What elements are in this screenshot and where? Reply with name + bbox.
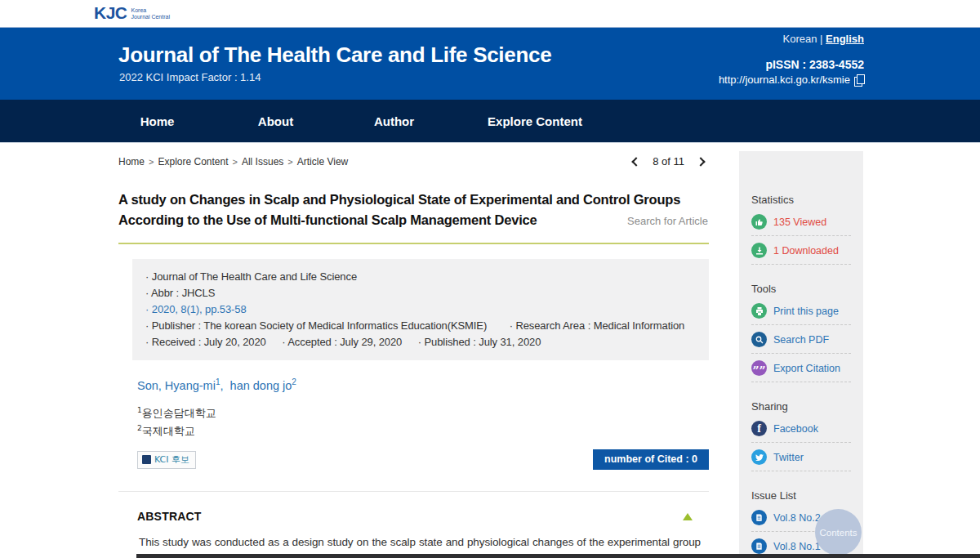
affiliation-list: 1용인송담대학교 2국제대학교 — [137, 403, 709, 440]
page: KJC Korea Journal Central Journal of The… — [0, 0, 980, 558]
search-pdf-link[interactable]: Search PDF — [751, 325, 851, 354]
bottom-bar — [136, 554, 980, 558]
breadcrumb-explore-content[interactable]: Explore Content — [158, 156, 228, 167]
bullet: · — [145, 303, 149, 315]
journal-header: Journal of The Health Care and Life Scie… — [0, 27, 980, 100]
breadcrumb-article-view: Article View — [297, 156, 348, 167]
article-title: A study on Changes in Scalp and Physiolo… — [118, 190, 709, 244]
tools-heading: Tools — [751, 283, 851, 295]
breadcrumb-separator: > — [287, 157, 292, 167]
twitter-label: Twitter — [773, 452, 804, 463]
abstract-header-row: ABSTRACT — [137, 510, 693, 523]
bullet: · — [145, 270, 149, 283]
info-publisher-text: Publisher : The korean Society of Medica… — [152, 319, 487, 332]
kjc-logo-tagline: Korea Journal Central — [131, 4, 170, 20]
breadcrumb-home[interactable]: Home — [118, 156, 145, 167]
bullet: · — [282, 336, 285, 348]
affiliation-name: 용인송담대학교 — [142, 407, 216, 419]
facebook-label: Facebook — [773, 423, 818, 435]
statistics-section: Statistics 135 Viewed 1 Downloaded — [751, 151, 851, 265]
sharing-section: Sharing f Facebook Twitter — [751, 400, 851, 471]
nav-item-home[interactable]: Home — [118, 100, 196, 143]
info-research-area-text: Research Area : Medical Information — [515, 319, 684, 332]
lang-korean-link[interactable]: Korean — [782, 33, 817, 45]
issue-link[interactable]: 2020, 8(1), pp.53-58 — [152, 303, 247, 315]
prev-article-icon[interactable] — [632, 157, 641, 166]
language-switcher: Korean | English — [719, 33, 864, 45]
issue-label: Vol.8 No.1 — [773, 541, 821, 552]
info-received-text: Received : July 20, 2020 — [152, 336, 266, 348]
contents-button[interactable]: Contents — [815, 509, 862, 556]
lang-divider: | — [820, 33, 822, 45]
nav-item-about[interactable]: About — [237, 100, 314, 143]
print-this-page-label: Print this page — [773, 306, 839, 317]
impact-factor: 2022 KCI Impact Factor : 1.14 — [119, 71, 261, 83]
kjc-logo-text: KJC — [94, 4, 127, 22]
quote-glyph: ”” — [752, 363, 765, 373]
viewed-icon — [751, 214, 767, 230]
info-dates-row: · Received : July 20, 2020 · Accepted : … — [145, 334, 696, 350]
kci-logo-icon — [142, 455, 151, 464]
facebook-icon: f — [751, 421, 767, 436]
breadcrumb-row: Home > Explore Content > All Issues > Ar… — [118, 155, 709, 167]
article-pager: 8 of 11 — [633, 155, 704, 167]
cited-count-badge: number of Cited : 0 — [593, 449, 709, 470]
kjc-logo[interactable]: KJC Korea Journal Central — [94, 4, 170, 22]
export-citation-icon: ”” — [751, 360, 767, 376]
journal-url-row: http://journal.kci.go.kr/ksmie — [719, 74, 864, 86]
copy-icon[interactable] — [854, 74, 864, 86]
stat-viewed: 135 Viewed — [751, 208, 851, 236]
affiliation-name: 국제대학교 — [142, 425, 195, 437]
kci-candidate-badge: KCI 후보 — [137, 451, 196, 469]
export-citation-link[interactable]: ”” Export Citation — [751, 354, 851, 382]
tools-section: Tools Print this page Search PDF ”” Expo… — [751, 283, 851, 382]
article-main: Home > Explore Content > All Issues > Ar… — [118, 155, 709, 558]
journal-url-link[interactable]: http://journal.kci.go.kr/ksmie — [719, 74, 850, 86]
breadcrumb-all-issues[interactable]: All Issues — [242, 156, 283, 167]
issue-icon — [751, 510, 767, 525]
viewed-count: 135 Viewed — [773, 217, 826, 228]
abstract-section: ABSTRACT This study was conducted as a d… — [118, 491, 709, 558]
bullet: · — [145, 287, 149, 299]
downloaded-count: 1 Downloaded — [773, 245, 839, 257]
issue-list-heading: Issue List — [751, 489, 851, 502]
lang-english-link[interactable]: English — [826, 33, 864, 45]
print-this-page-link[interactable]: Print this page — [751, 297, 851, 325]
author-suffix: , — [220, 379, 223, 392]
print-icon — [751, 303, 767, 319]
info-issue: · 2020, 8(1), pp.53-58 — [145, 301, 696, 318]
info-journal-name-text: Journal of The Health Care and Life Scie… — [152, 270, 357, 283]
breadcrumb-separator: > — [233, 157, 238, 167]
author-link[interactable]: Son, Hyang-mi — [137, 379, 216, 392]
stat-downloaded: 1 Downloaded — [751, 236, 851, 265]
collapse-triangle-icon[interactable] — [683, 513, 693, 520]
bullet: · — [145, 336, 149, 348]
author-link[interactable]: han dong jo — [230, 379, 292, 392]
share-facebook-link[interactable]: f Facebook — [751, 414, 851, 443]
top-strip: KJC Korea Journal Central — [0, 0, 980, 27]
bullet: · — [510, 319, 513, 332]
next-article-icon[interactable] — [696, 157, 705, 166]
author-list: Son, Hyang-mi1, han dong jo2 — [137, 377, 709, 392]
header-right: Korean | English pISSN : 2383-4552 http:… — [719, 33, 864, 86]
bullet: · — [418, 336, 421, 348]
breadcrumb: Home > Explore Content > All Issues > Ar… — [118, 156, 348, 167]
info-published-text: Published : July 31, 2020 — [425, 336, 541, 348]
nav-item-explore-content[interactable]: Explore Content — [466, 100, 604, 143]
bullet: · — [145, 319, 149, 332]
share-twitter-link[interactable]: Twitter — [751, 443, 851, 471]
article-info-box: · Journal of The Health Care and Life Sc… — [132, 259, 709, 360]
affiliation-item: 2국제대학교 — [137, 421, 709, 439]
issue-icon — [751, 538, 767, 554]
search-pdf-label: Search PDF — [773, 334, 829, 346]
pager-label: 8 of 11 — [653, 155, 684, 167]
main-nav: Home About Author Explore Content Advanc… — [0, 100, 980, 143]
info-accepted-text: Accepted : July 29, 2020 — [287, 336, 402, 348]
affiliation-item: 1용인송담대학교 — [137, 403, 709, 421]
info-publisher-row: · Publisher : The korean Society of Medi… — [145, 318, 696, 334]
info-journal-name: · Journal of The Health Care and Life Sc… — [145, 269, 696, 285]
author-sup: 2 — [292, 377, 296, 386]
kjc-tagline-line1: Korea — [131, 7, 147, 13]
badge-row: KCI 후보 number of Cited : 0 — [137, 449, 709, 470]
nav-item-author[interactable]: Author — [355, 100, 433, 143]
